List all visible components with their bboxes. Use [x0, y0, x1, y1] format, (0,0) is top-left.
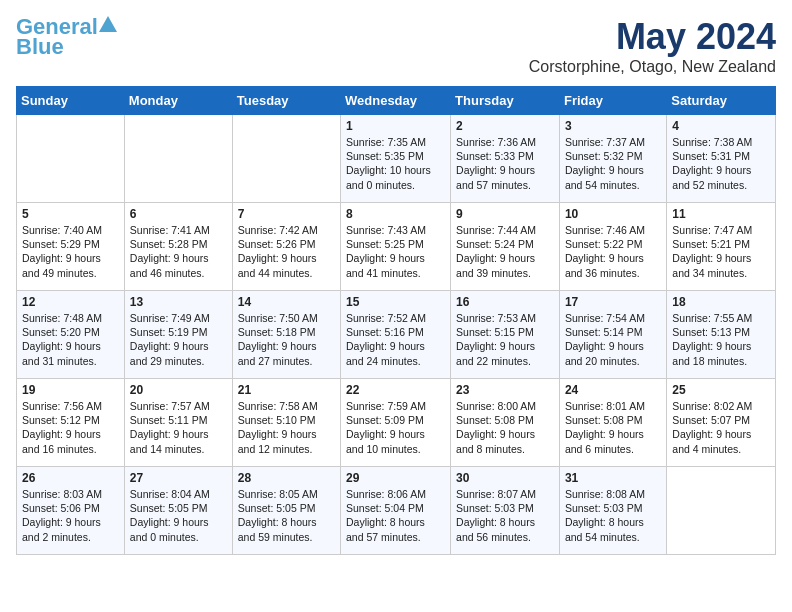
calendar-title: May 2024 — [529, 16, 776, 58]
calendar-cell: 20Sunrise: 7:57 AM Sunset: 5:11 PM Dayli… — [124, 379, 232, 467]
calendar-cell: 3Sunrise: 7:37 AM Sunset: 5:32 PM Daylig… — [559, 115, 666, 203]
weekday-header-tuesday: Tuesday — [232, 87, 340, 115]
day-number: 26 — [22, 471, 119, 485]
logo-blue-text: Blue — [16, 36, 64, 58]
calendar-cell: 7Sunrise: 7:42 AM Sunset: 5:26 PM Daylig… — [232, 203, 340, 291]
cell-content: Sunrise: 7:42 AM Sunset: 5:26 PM Dayligh… — [238, 223, 335, 280]
cell-content: Sunrise: 8:00 AM Sunset: 5:08 PM Dayligh… — [456, 399, 554, 456]
calendar-cell: 27Sunrise: 8:04 AM Sunset: 5:05 PM Dayli… — [124, 467, 232, 555]
day-number: 24 — [565, 383, 661, 397]
calendar-cell: 24Sunrise: 8:01 AM Sunset: 5:08 PM Dayli… — [559, 379, 666, 467]
cell-content: Sunrise: 8:07 AM Sunset: 5:03 PM Dayligh… — [456, 487, 554, 544]
day-number: 12 — [22, 295, 119, 309]
calendar-cell: 17Sunrise: 7:54 AM Sunset: 5:14 PM Dayli… — [559, 291, 666, 379]
weekday-header-friday: Friday — [559, 87, 666, 115]
week-row-4: 19Sunrise: 7:56 AM Sunset: 5:12 PM Dayli… — [17, 379, 776, 467]
weekday-header-row: SundayMondayTuesdayWednesdayThursdayFrid… — [17, 87, 776, 115]
day-number: 3 — [565, 119, 661, 133]
cell-content: Sunrise: 7:55 AM Sunset: 5:13 PM Dayligh… — [672, 311, 770, 368]
calendar-cell — [667, 467, 776, 555]
calendar-cell: 16Sunrise: 7:53 AM Sunset: 5:15 PM Dayli… — [451, 291, 560, 379]
day-number: 31 — [565, 471, 661, 485]
weekday-header-monday: Monday — [124, 87, 232, 115]
day-number: 19 — [22, 383, 119, 397]
day-number: 4 — [672, 119, 770, 133]
calendar-cell: 14Sunrise: 7:50 AM Sunset: 5:18 PM Dayli… — [232, 291, 340, 379]
cell-content: Sunrise: 8:04 AM Sunset: 5:05 PM Dayligh… — [130, 487, 227, 544]
day-number: 16 — [456, 295, 554, 309]
logo-icon — [99, 16, 117, 36]
calendar-subtitle: Corstorphine, Otago, New Zealand — [529, 58, 776, 76]
cell-content: Sunrise: 7:37 AM Sunset: 5:32 PM Dayligh… — [565, 135, 661, 192]
day-number: 18 — [672, 295, 770, 309]
cell-content: Sunrise: 7:46 AM Sunset: 5:22 PM Dayligh… — [565, 223, 661, 280]
day-number: 15 — [346, 295, 445, 309]
cell-content: Sunrise: 7:41 AM Sunset: 5:28 PM Dayligh… — [130, 223, 227, 280]
day-number: 28 — [238, 471, 335, 485]
calendar-cell: 11Sunrise: 7:47 AM Sunset: 5:21 PM Dayli… — [667, 203, 776, 291]
day-number: 8 — [346, 207, 445, 221]
calendar-cell: 9Sunrise: 7:44 AM Sunset: 5:24 PM Daylig… — [451, 203, 560, 291]
calendar-cell: 23Sunrise: 8:00 AM Sunset: 5:08 PM Dayli… — [451, 379, 560, 467]
day-number: 7 — [238, 207, 335, 221]
day-number: 25 — [672, 383, 770, 397]
day-number: 11 — [672, 207, 770, 221]
calendar-cell: 15Sunrise: 7:52 AM Sunset: 5:16 PM Dayli… — [341, 291, 451, 379]
day-number: 13 — [130, 295, 227, 309]
day-number: 6 — [130, 207, 227, 221]
day-number: 1 — [346, 119, 445, 133]
calendar-cell: 1Sunrise: 7:35 AM Sunset: 5:35 PM Daylig… — [341, 115, 451, 203]
calendar-cell: 6Sunrise: 7:41 AM Sunset: 5:28 PM Daylig… — [124, 203, 232, 291]
title-area: May 2024 Corstorphine, Otago, New Zealan… — [529, 16, 776, 76]
day-number: 20 — [130, 383, 227, 397]
day-number: 22 — [346, 383, 445, 397]
week-row-3: 12Sunrise: 7:48 AM Sunset: 5:20 PM Dayli… — [17, 291, 776, 379]
day-number: 2 — [456, 119, 554, 133]
cell-content: Sunrise: 7:35 AM Sunset: 5:35 PM Dayligh… — [346, 135, 445, 192]
calendar-cell: 13Sunrise: 7:49 AM Sunset: 5:19 PM Dayli… — [124, 291, 232, 379]
calendar-cell: 31Sunrise: 8:08 AM Sunset: 5:03 PM Dayli… — [559, 467, 666, 555]
day-number: 21 — [238, 383, 335, 397]
cell-content: Sunrise: 8:05 AM Sunset: 5:05 PM Dayligh… — [238, 487, 335, 544]
day-number: 29 — [346, 471, 445, 485]
cell-content: Sunrise: 7:54 AM Sunset: 5:14 PM Dayligh… — [565, 311, 661, 368]
calendar-cell — [17, 115, 125, 203]
cell-content: Sunrise: 7:52 AM Sunset: 5:16 PM Dayligh… — [346, 311, 445, 368]
cell-content: Sunrise: 8:06 AM Sunset: 5:04 PM Dayligh… — [346, 487, 445, 544]
calendar-cell — [232, 115, 340, 203]
day-number: 17 — [565, 295, 661, 309]
day-number: 23 — [456, 383, 554, 397]
cell-content: Sunrise: 8:08 AM Sunset: 5:03 PM Dayligh… — [565, 487, 661, 544]
cell-content: Sunrise: 7:57 AM Sunset: 5:11 PM Dayligh… — [130, 399, 227, 456]
cell-content: Sunrise: 8:03 AM Sunset: 5:06 PM Dayligh… — [22, 487, 119, 544]
cell-content: Sunrise: 7:48 AM Sunset: 5:20 PM Dayligh… — [22, 311, 119, 368]
cell-content: Sunrise: 8:01 AM Sunset: 5:08 PM Dayligh… — [565, 399, 661, 456]
cell-content: Sunrise: 7:44 AM Sunset: 5:24 PM Dayligh… — [456, 223, 554, 280]
week-row-2: 5Sunrise: 7:40 AM Sunset: 5:29 PM Daylig… — [17, 203, 776, 291]
calendar-cell: 2Sunrise: 7:36 AM Sunset: 5:33 PM Daylig… — [451, 115, 560, 203]
weekday-header-saturday: Saturday — [667, 87, 776, 115]
calendar-cell: 22Sunrise: 7:59 AM Sunset: 5:09 PM Dayli… — [341, 379, 451, 467]
cell-content: Sunrise: 7:49 AM Sunset: 5:19 PM Dayligh… — [130, 311, 227, 368]
calendar-cell: 10Sunrise: 7:46 AM Sunset: 5:22 PM Dayli… — [559, 203, 666, 291]
calendar-cell: 21Sunrise: 7:58 AM Sunset: 5:10 PM Dayli… — [232, 379, 340, 467]
cell-content: Sunrise: 8:02 AM Sunset: 5:07 PM Dayligh… — [672, 399, 770, 456]
day-number: 10 — [565, 207, 661, 221]
svg-marker-0 — [99, 16, 117, 32]
cell-content: Sunrise: 7:36 AM Sunset: 5:33 PM Dayligh… — [456, 135, 554, 192]
day-number: 30 — [456, 471, 554, 485]
cell-content: Sunrise: 7:38 AM Sunset: 5:31 PM Dayligh… — [672, 135, 770, 192]
calendar-cell: 4Sunrise: 7:38 AM Sunset: 5:31 PM Daylig… — [667, 115, 776, 203]
calendar-table: SundayMondayTuesdayWednesdayThursdayFrid… — [16, 86, 776, 555]
week-row-5: 26Sunrise: 8:03 AM Sunset: 5:06 PM Dayli… — [17, 467, 776, 555]
day-number: 27 — [130, 471, 227, 485]
cell-content: Sunrise: 7:58 AM Sunset: 5:10 PM Dayligh… — [238, 399, 335, 456]
page-header: General Blue May 2024 Corstorphine, Otag… — [16, 16, 776, 76]
calendar-cell: 18Sunrise: 7:55 AM Sunset: 5:13 PM Dayli… — [667, 291, 776, 379]
calendar-cell: 12Sunrise: 7:48 AM Sunset: 5:20 PM Dayli… — [17, 291, 125, 379]
calendar-cell: 28Sunrise: 8:05 AM Sunset: 5:05 PM Dayli… — [232, 467, 340, 555]
cell-content: Sunrise: 7:59 AM Sunset: 5:09 PM Dayligh… — [346, 399, 445, 456]
cell-content: Sunrise: 7:43 AM Sunset: 5:25 PM Dayligh… — [346, 223, 445, 280]
day-number: 14 — [238, 295, 335, 309]
cell-content: Sunrise: 7:53 AM Sunset: 5:15 PM Dayligh… — [456, 311, 554, 368]
